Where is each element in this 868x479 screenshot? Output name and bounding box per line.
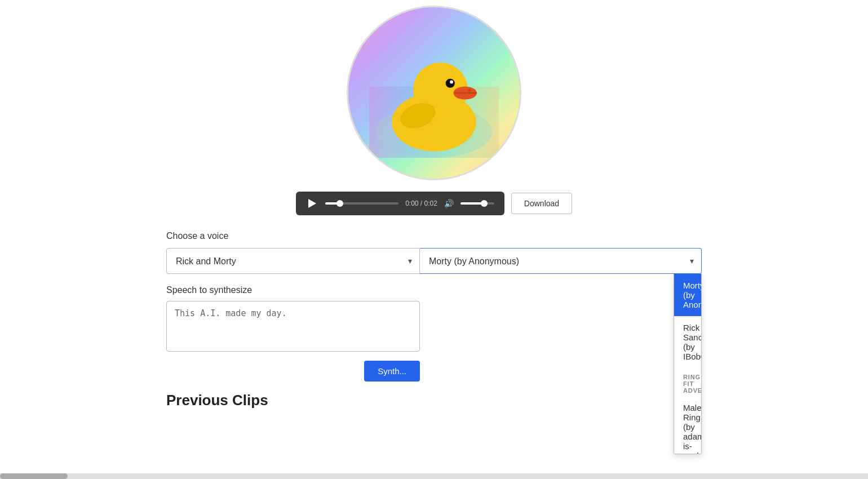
dropdown-item-male-ring[interactable]: Male Ring (by adam-is-cool-and-stuff) [674, 396, 701, 454]
scrollbar-thumb [0, 473, 68, 479]
progress-thumb [336, 200, 343, 207]
audio-player-row: 0:00 / 0:02 🔊 Download [0, 192, 868, 215]
svg-point-5 [446, 79, 455, 88]
choose-voice-label: Choose a voice [166, 231, 702, 241]
category-select[interactable]: Rick and Morty SpongeBob South Park Fami… [166, 248, 420, 274]
page-container: 0:00 / 0:02 🔊 Download Choose a voice Ri… [0, 0, 868, 479]
synth-row: Synth... [166, 361, 420, 382]
speech-textarea[interactable]: This A.I. made my day. [166, 301, 420, 352]
voice-selectors-row: Rick and Morty SpongeBob South Park Fami… [166, 248, 702, 274]
voice-select-wrapper: Morty (by Anonymous) Rick Sanchez (by IB… [420, 248, 702, 274]
voice-select[interactable]: Morty (by Anonymous) Rick Sanchez (by IB… [420, 248, 702, 274]
volume-bar[interactable] [460, 202, 494, 205]
time-display: 0:00 / 0:02 [405, 199, 437, 207]
volume-icon: 🔊 [444, 199, 454, 208]
previous-clips-heading: Previous Clips [166, 392, 702, 409]
bottom-scrollbar[interactable] [0, 473, 868, 479]
volume-thumb [481, 200, 488, 207]
audio-player: 0:00 / 0:02 🔊 [296, 192, 504, 215]
voice-dropdown: Morty (by Anonymous) Rick Sanchez (by IB… [674, 274, 702, 454]
svg-point-9 [468, 89, 471, 92]
duck-container [0, 0, 868, 192]
download-button[interactable]: Download [511, 193, 572, 214]
play-icon [308, 199, 316, 208]
category-select-wrapper: Rick and Morty SpongeBob South Park Fami… [166, 248, 420, 274]
synthesize-button[interactable]: Synth... [364, 361, 420, 382]
svg-point-6 [450, 81, 453, 84]
duck-avatar [347, 6, 521, 180]
play-button[interactable] [306, 197, 318, 210]
synth-label: Synth... [378, 366, 406, 376]
dropdown-item-morty[interactable]: Morty (by Anonymous) [674, 274, 701, 316]
dropdown-item-rick[interactable]: Rick Sanchez (by IBob012) [674, 316, 701, 368]
duck-image [369, 28, 499, 158]
speech-label: Speech to synthesize [166, 285, 702, 295]
progress-bar[interactable] [325, 202, 398, 205]
dropdown-group-ring-fit: RING FIT ADVENTURE [674, 368, 701, 396]
voice-section: Choose a voice Rick and Morty SpongeBob … [0, 231, 868, 409]
